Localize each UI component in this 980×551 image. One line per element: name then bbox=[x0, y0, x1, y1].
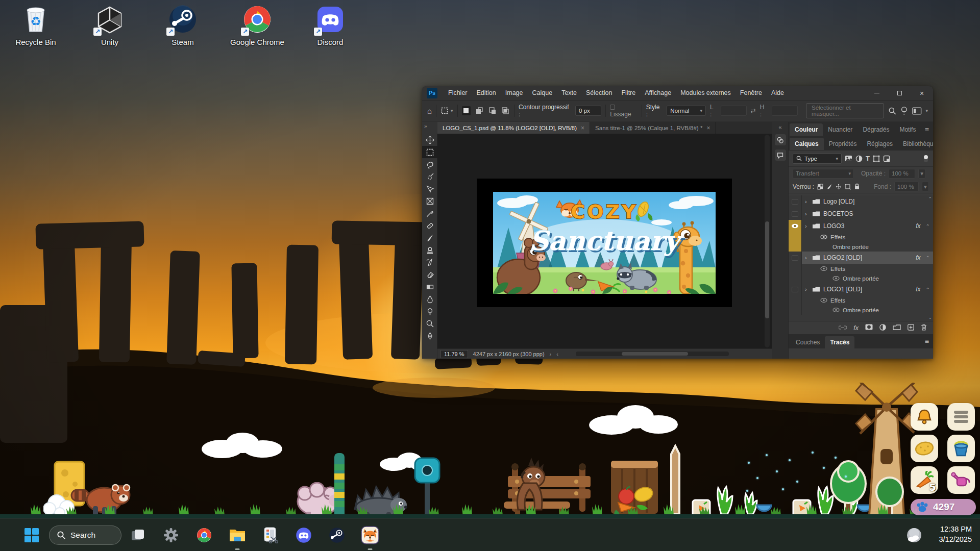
lock-pixels-icon[interactable] bbox=[826, 184, 832, 190]
minimize-button[interactable] bbox=[866, 86, 888, 100]
link-layers-icon[interactable] bbox=[839, 324, 847, 332]
desktop-icon-recycle-bin[interactable]: ♻ Recycle Bin bbox=[8, 4, 64, 46]
zoom-tool[interactable] bbox=[422, 317, 437, 330]
eye-icon[interactable] bbox=[832, 308, 840, 312]
menu-item[interactable]: Sélection bbox=[581, 86, 617, 100]
tool-preset-dropdown[interactable]: ▾ bbox=[440, 107, 453, 115]
layer-effects-row[interactable]: Effets bbox=[789, 232, 933, 242]
eraser-tool[interactable] bbox=[422, 268, 437, 281]
panel-tab[interactable]: Dégradés bbox=[857, 123, 894, 136]
paw-counter[interactable]: 4297 bbox=[911, 499, 976, 515]
menu-item[interactable]: Calque bbox=[528, 86, 557, 100]
gradient-tool[interactable] bbox=[422, 281, 437, 293]
add-layer-mask-icon[interactable] bbox=[865, 324, 873, 332]
pen-tool[interactable] bbox=[422, 330, 437, 342]
filter-pixel-icon[interactable] bbox=[845, 155, 852, 162]
layer-effect-item-row[interactable]: Ombre portée bbox=[789, 242, 933, 252]
new-group-icon[interactable] bbox=[893, 324, 901, 332]
discord-button[interactable] bbox=[292, 524, 315, 546]
dodge-tool[interactable] bbox=[422, 305, 437, 317]
menu-button[interactable] bbox=[947, 403, 975, 431]
opacity-value[interactable]: 100 % bbox=[889, 169, 915, 179]
expand-icon[interactable]: › bbox=[805, 286, 809, 292]
clone-stamp-tool[interactable] bbox=[422, 244, 437, 256]
width-input[interactable] bbox=[721, 106, 747, 116]
clock[interactable]: 12:38 PM 3/12/2025 bbox=[939, 524, 972, 544]
steam-button[interactable] bbox=[326, 524, 348, 546]
filter-adjustment-icon[interactable] bbox=[855, 155, 863, 162]
object-selection-tool[interactable] bbox=[422, 183, 437, 195]
eye-icon[interactable] bbox=[820, 298, 827, 303]
height-input[interactable] bbox=[772, 106, 798, 116]
filter-toggle-switch[interactable] bbox=[923, 154, 929, 163]
expand-panels-icon[interactable]: « bbox=[772, 124, 788, 130]
layer-effect-item-row[interactable]: Ombre portée bbox=[789, 305, 933, 315]
layer-effects-row[interactable]: Effets bbox=[789, 264, 933, 273]
menu-item[interactable]: Image bbox=[501, 86, 528, 100]
healing-brush-tool[interactable] bbox=[422, 219, 437, 232]
layers-scrollbar[interactable]: ⌃ ⌄ bbox=[927, 196, 932, 320]
canvas-vertical-scrollbar[interactable] bbox=[765, 135, 770, 347]
layer-effects-row[interactable]: Effets bbox=[789, 295, 933, 305]
expand-icon[interactable]: › bbox=[805, 211, 809, 217]
search-box[interactable]: Search bbox=[49, 525, 121, 545]
menu-item[interactable]: Filtre bbox=[617, 86, 640, 100]
visibility-toggle[interactable] bbox=[789, 220, 802, 232]
opacity-dropdown-icon[interactable]: ▾ bbox=[918, 169, 925, 179]
menu-item[interactable]: Fenêtre bbox=[736, 86, 767, 100]
close-icon[interactable]: × bbox=[581, 124, 584, 132]
subtract-selection-mode-button[interactable] bbox=[488, 106, 497, 115]
weather-icon[interactable] bbox=[904, 526, 924, 547]
panel-tab[interactable]: Calques bbox=[790, 138, 824, 150]
history-brush-tool[interactable] bbox=[422, 256, 437, 268]
panel-tab[interactable]: Réglages bbox=[862, 138, 898, 150]
file-explorer-button[interactable] bbox=[226, 524, 249, 546]
filter-smart-object-icon[interactable] bbox=[883, 155, 890, 162]
menu-item[interactable]: Affichage bbox=[640, 86, 676, 100]
lock-transparency-icon[interactable] bbox=[817, 184, 823, 190]
panel-tab[interactable]: Couleur bbox=[790, 123, 823, 136]
lock-artboard-icon[interactable] bbox=[845, 184, 851, 190]
antialias-checkbox[interactable]: Lissage bbox=[610, 104, 638, 118]
marquee-tool[interactable] bbox=[422, 146, 437, 158]
eyedropper-tool[interactable] bbox=[422, 207, 437, 219]
frame-tool[interactable] bbox=[422, 195, 437, 207]
canvas-horizontal-scrollbar[interactable] bbox=[576, 352, 729, 356]
eye-icon[interactable] bbox=[832, 276, 840, 281]
bucket-button[interactable] bbox=[947, 435, 975, 462]
panel-tab[interactable]: Propriétés bbox=[824, 138, 862, 150]
start-button[interactable] bbox=[19, 525, 44, 545]
new-adjustment-layer-icon[interactable] bbox=[879, 324, 886, 332]
blur-tool[interactable] bbox=[422, 293, 437, 305]
menu-item[interactable]: Aide bbox=[767, 86, 789, 100]
settings-button[interactable] bbox=[160, 524, 182, 546]
fill-value[interactable]: 100 % bbox=[894, 182, 919, 191]
fx-badge[interactable]: fx bbox=[916, 254, 920, 261]
close-button[interactable]: × bbox=[911, 86, 933, 100]
bell-button[interactable] bbox=[911, 403, 938, 431]
fill-dropdown-icon[interactable]: ▾ bbox=[922, 182, 929, 191]
status-prev-icon[interactable]: ‹ bbox=[556, 351, 558, 357]
layer-row[interactable]: › BOCETOS bbox=[789, 208, 933, 220]
chevron-down-icon[interactable]: ▾ bbox=[926, 108, 928, 113]
carrot-button[interactable]: 5 bbox=[911, 466, 938, 494]
layer-row[interactable]: › LOGO1 [OLD] fx ⌃ bbox=[789, 283, 933, 295]
desktop-icon-steam[interactable]: ↗ Steam bbox=[155, 4, 211, 46]
canvas-area[interactable]: COZY Sanctuary Sanctuary bbox=[437, 134, 772, 348]
layer-row-selected[interactable]: › LOGO2 [OLD] fx ⌃ bbox=[789, 252, 933, 264]
panel-menu-icon[interactable]: ≡ bbox=[925, 337, 929, 345]
visibility-toggle[interactable] bbox=[789, 195, 802, 208]
brush-tool[interactable] bbox=[422, 232, 437, 244]
fx-badge[interactable]: fx bbox=[916, 286, 920, 293]
workspace-icon[interactable] bbox=[912, 107, 922, 115]
style-dropdown[interactable]: Normal ▾ bbox=[667, 106, 706, 116]
eye-icon[interactable] bbox=[820, 235, 827, 239]
swap-dimensions-icon[interactable]: ⇄ bbox=[751, 107, 756, 114]
status-next-icon[interactable]: › bbox=[550, 351, 552, 357]
panel-tab[interactable]: Nuancier bbox=[823, 123, 857, 136]
home-icon[interactable]: ⌂ bbox=[427, 107, 432, 115]
intersect-selection-mode-button[interactable] bbox=[501, 106, 510, 115]
task-view-button[interactable] bbox=[127, 524, 149, 546]
cozy-sanctuary-button[interactable] bbox=[359, 524, 381, 546]
close-icon[interactable]: × bbox=[706, 124, 710, 132]
